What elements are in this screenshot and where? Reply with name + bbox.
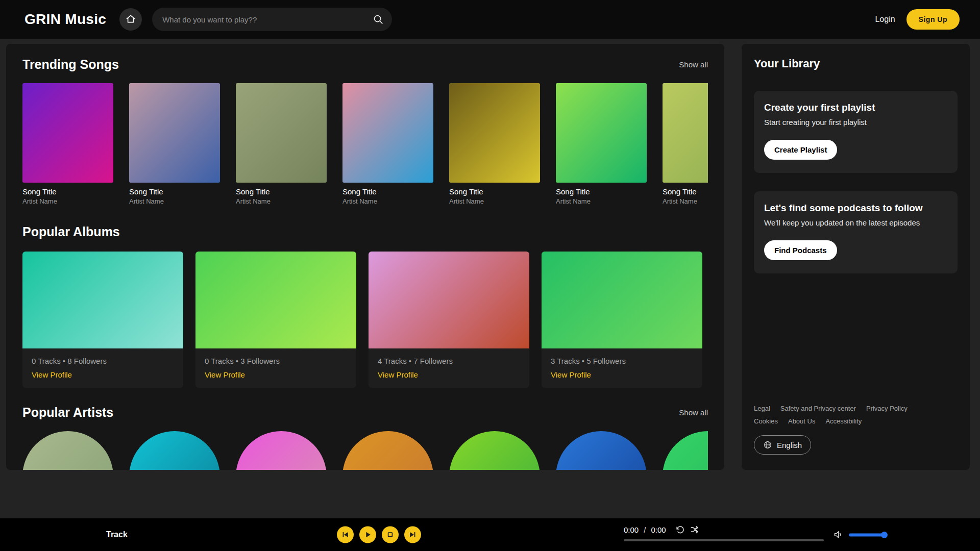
find-podcasts-title: Let's find some podcasts to follow (764, 203, 947, 214)
album-artwork (542, 252, 702, 348)
trending-heading: Trending Songs (22, 57, 119, 72)
volume-knob[interactable] (881, 532, 888, 538)
song-card[interactable]: Song Title Artist Name (22, 83, 113, 205)
time-row: 0:00 / 0:00 (624, 525, 824, 535)
search-input[interactable] (162, 15, 373, 24)
song-artist: Artist Name (236, 197, 327, 205)
song-title: Song Title (342, 187, 433, 196)
footer-link-privacy-policy[interactable]: Privacy Policy (866, 405, 908, 412)
search-icon[interactable] (373, 14, 384, 25)
album-info: 0 Tracks • 3 Followers View Profile (195, 348, 356, 388)
sidebar-footer: Legal Safety and Privacy center Privacy … (754, 405, 958, 455)
song-artwork (236, 83, 327, 183)
footer-link-about-us[interactable]: About Us (788, 417, 815, 425)
previous-button[interactable] (337, 527, 354, 543)
topbar: GRIN Music Login Sign Up (0, 0, 980, 39)
create-playlist-subtitle: Start creating your first playlist (764, 118, 947, 127)
view-profile-link[interactable]: View Profile (205, 370, 245, 379)
song-card[interactable]: Song Title Artist Name (556, 83, 647, 205)
song-card[interactable]: Song Title Artist Name (236, 83, 327, 205)
trending-songs-row: Song Title Artist Name Song Title Artist… (22, 83, 708, 205)
stop-icon (386, 531, 395, 539)
trending-show-all-link[interactable]: Show all (679, 60, 708, 69)
artist-avatar[interactable] (22, 431, 113, 470)
play-button[interactable] (359, 527, 376, 543)
next-button[interactable] (404, 527, 421, 543)
song-artwork (556, 83, 647, 183)
library-sidebar: Your Library Create your first playlist … (742, 44, 970, 470)
create-playlist-button[interactable]: Create Playlist (764, 140, 837, 160)
create-playlist-title: Create your first playlist (764, 102, 947, 113)
footer-link-safety-privacy[interactable]: Safety and Privacy center (780, 405, 856, 412)
song-artist: Artist Name (663, 197, 708, 205)
song-card[interactable]: Song Title Artist Name (129, 83, 220, 205)
artists-heading: Popular Artists (22, 405, 113, 420)
find-podcasts-card: Let's find some podcasts to follow We'll… (754, 191, 958, 273)
song-artist: Artist Name (556, 197, 647, 205)
footer-link-legal[interactable]: Legal (754, 405, 770, 412)
song-artwork (22, 83, 113, 183)
song-artist: Artist Name (22, 197, 113, 205)
artist-avatar[interactable] (556, 431, 647, 470)
popular-albums-row: 0 Tracks • 8 Followers View Profile 0 Tr… (22, 252, 708, 388)
footer-link-cookies[interactable]: Cookies (754, 417, 778, 425)
song-card[interactable]: Song Title Artist Name (663, 83, 708, 205)
skip-back-icon (341, 531, 350, 539)
song-title: Song Title (22, 187, 113, 196)
library-heading: Your Library (754, 57, 958, 70)
trending-section-header: Trending Songs Show all (22, 57, 708, 72)
artist-avatar[interactable] (342, 431, 433, 470)
shuffle-icon[interactable] (690, 525, 700, 535)
album-card[interactable]: 3 Tracks • 5 Followers View Profile (542, 252, 702, 388)
home-icon (126, 14, 136, 26)
song-artwork (129, 83, 220, 183)
album-meta: 3 Tracks • 5 Followers (551, 357, 693, 365)
song-artist: Artist Name (129, 197, 220, 205)
albums-section-header: Popular Albums (22, 224, 708, 239)
album-info: 4 Tracks • 7 Followers View Profile (369, 348, 529, 388)
volume-slider[interactable] (849, 533, 887, 536)
app-page: GRIN Music Login Sign Up Trending (0, 0, 980, 551)
artist-avatar[interactable] (236, 431, 327, 470)
login-link[interactable]: Login (875, 15, 895, 24)
find-podcasts-subtitle: We'll keep you updated on the latest epi… (764, 218, 947, 227)
progress-bar[interactable] (624, 539, 824, 541)
album-card[interactable]: 0 Tracks • 3 Followers View Profile (195, 252, 356, 388)
song-artwork (342, 83, 433, 183)
app-logo: GRIN Music (24, 11, 106, 28)
artists-show-all-link[interactable]: Show all (679, 408, 708, 417)
song-card[interactable]: Song Title Artist Name (449, 83, 540, 205)
language-label: English (777, 441, 802, 449)
timeline: 0:00 / 0:00 (624, 525, 824, 541)
album-info: 0 Tracks • 8 Followers View Profile (22, 348, 183, 388)
album-card[interactable]: 4 Tracks • 7 Followers View Profile (369, 252, 529, 388)
home-button[interactable] (119, 8, 142, 31)
speaker-icon[interactable] (833, 530, 844, 540)
search-bar (152, 8, 392, 31)
signup-button[interactable]: Sign Up (906, 9, 960, 30)
view-profile-link[interactable]: View Profile (378, 370, 418, 379)
language-button[interactable]: English (754, 435, 811, 455)
artist-avatar[interactable] (449, 431, 540, 470)
artist-avatar[interactable] (129, 431, 220, 470)
song-card[interactable]: Song Title Artist Name (342, 83, 433, 205)
song-artist: Artist Name (342, 197, 433, 205)
song-title: Song Title (129, 187, 220, 196)
view-profile-link[interactable]: View Profile (32, 370, 72, 379)
artist-avatar[interactable] (663, 431, 708, 470)
footer-link-accessibility[interactable]: Accessibility (825, 417, 862, 425)
loop-icon[interactable] (675, 525, 685, 535)
track-label: Track (106, 530, 128, 539)
stop-button[interactable] (382, 527, 399, 543)
content-area: Trending Songs Show all Song Title Artis… (0, 39, 980, 470)
album-card[interactable]: 0 Tracks • 8 Followers View Profile (22, 252, 183, 388)
albums-heading: Popular Albums (22, 224, 120, 239)
find-podcasts-button[interactable]: Find Podcasts (764, 240, 837, 260)
song-title: Song Title (556, 187, 647, 196)
song-artwork (449, 83, 540, 183)
album-meta: 0 Tracks • 8 Followers (32, 357, 174, 365)
player-bar: Track (0, 518, 980, 551)
current-time: 0:00 (624, 525, 639, 534)
skip-forward-icon (408, 531, 417, 539)
view-profile-link[interactable]: View Profile (551, 370, 591, 379)
